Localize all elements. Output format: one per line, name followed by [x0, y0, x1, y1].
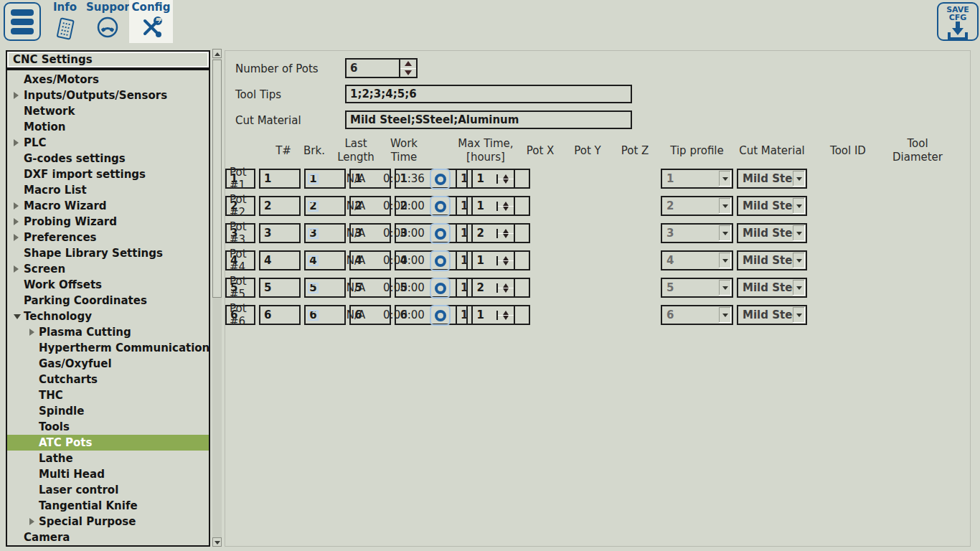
sidebar-item[interactable]: Tangential Knife: [7, 498, 209, 514]
scroll-up-icon[interactable]: [212, 49, 222, 58]
spin-down-icon[interactable]: [498, 233, 514, 238]
tip-profile-dropdown[interactable]: 6: [661, 305, 733, 325]
tip-profile-dropdown[interactable]: 5: [661, 278, 733, 298]
reset-time-button[interactable]: [430, 278, 451, 298]
toolbar: Info Support Config: [0, 0, 980, 44]
tool-tips-input[interactable]: [345, 85, 632, 103]
header-tool-diameter: Tool Diameter: [888, 134, 947, 167]
scrollbar-thumb[interactable]: [212, 60, 222, 298]
pot-x-input[interactable]: [259, 169, 301, 189]
sidebar-item[interactable]: Hypertherm Communication: [7, 340, 209, 356]
hamburger-menu-button[interactable]: [4, 2, 41, 41]
spin-down-icon[interactable]: [498, 206, 514, 211]
sidebar-item[interactable]: Macro List: [7, 182, 209, 198]
max-time-spinner[interactable]: 1: [456, 196, 515, 216]
spin-down-icon[interactable]: [400, 68, 416, 77]
broken-checkbox[interactable]: [308, 310, 319, 321]
sidebar-item[interactable]: DXF import settings: [7, 166, 209, 182]
sidebar-item[interactable]: Laser control: [7, 482, 209, 498]
sidebar-item[interactable]: Parking Coordinates: [7, 293, 209, 309]
expand-arrow-icon[interactable]: [14, 92, 19, 99]
sidebar-item[interactable]: Plasma Cutting: [7, 324, 209, 340]
max-time-spinner[interactable]: 1: [456, 250, 515, 270]
broken-checkbox[interactable]: [308, 283, 319, 293]
pot-x-input[interactable]: [259, 278, 301, 298]
cut-material-dropdown[interactable]: Mild Steel: [737, 196, 807, 216]
sidebar-item[interactable]: Network: [7, 103, 209, 119]
spin-down-icon[interactable]: [498, 288, 514, 293]
tip-profile-dropdown[interactable]: 2: [661, 196, 733, 216]
expand-arrow-icon[interactable]: [29, 329, 34, 336]
sidebar-item[interactable]: Preferences: [7, 230, 209, 245]
spin-up-icon[interactable]: [400, 60, 416, 68]
sidebar-item[interactable]: Screen: [7, 261, 209, 277]
sidebar-item[interactable]: Axes/Motors: [7, 72, 209, 88]
tip-profile-dropdown[interactable]: 3: [661, 223, 733, 243]
broken-checkbox[interactable]: [308, 201, 319, 212]
save-cfg-button[interactable]: SAVE CFG: [937, 2, 979, 41]
spin-down-icon[interactable]: [498, 179, 514, 184]
spin-down-icon[interactable]: [498, 260, 514, 265]
tab-config[interactable]: Config: [129, 0, 173, 43]
sidebar-item[interactable]: Motion: [7, 119, 209, 135]
sidebar-item[interactable]: Special Purpose: [7, 514, 209, 529]
sidebar-item[interactable]: Shape Library Settings: [7, 245, 209, 261]
expand-arrow-icon[interactable]: [29, 518, 34, 525]
sidebar-item[interactable]: Tools: [7, 419, 209, 435]
sidebar-item[interactable]: PLC: [7, 135, 209, 151]
tip-profile-dropdown[interactable]: 1: [661, 169, 733, 189]
cut-material-dropdown[interactable]: Mild Steel: [737, 169, 807, 189]
expand-arrow-icon[interactable]: [14, 265, 19, 273]
sidebar-item[interactable]: Lathe: [7, 451, 209, 466]
tip-profile-value: 1: [662, 172, 719, 185]
scroll-down-icon[interactable]: [212, 537, 222, 547]
sidebar-item[interactable]: Spindle: [7, 403, 209, 419]
sidebar-item[interactable]: Gas/Oxyfuel: [7, 356, 209, 372]
broken-checkbox[interactable]: [308, 228, 319, 239]
sidebar-item[interactable]: Probing Wizard: [7, 214, 209, 230]
reset-time-button[interactable]: [430, 169, 451, 189]
broken-checkbox[interactable]: [308, 174, 319, 184]
sidebar-scrollbar[interactable]: [212, 49, 222, 547]
max-time-value: 1: [457, 281, 496, 294]
cut-material-input[interactable]: [345, 110, 632, 129]
cut-material-dropdown[interactable]: Mild Steel: [737, 250, 807, 270]
tip-profile-dropdown[interactable]: 4: [661, 250, 733, 270]
cut-material-dropdown[interactable]: Mild Steel: [737, 278, 807, 298]
sidebar-item[interactable]: Macro Wizard: [7, 198, 209, 214]
sidebar-item[interactable]: Cutcharts: [7, 372, 209, 387]
expand-arrow-icon[interactable]: [14, 139, 19, 146]
tab-info[interactable]: Info: [44, 0, 86, 43]
number-of-pots-spinner[interactable]: 6: [345, 58, 418, 78]
broken-checkbox[interactable]: [308, 255, 319, 266]
pot-x-input[interactable]: [259, 305, 301, 325]
cut-material-dropdown[interactable]: Mild Steel: [737, 223, 807, 243]
reset-time-button[interactable]: [430, 250, 451, 271]
pot-x-input[interactable]: [259, 223, 301, 243]
sidebar-item[interactable]: Technology: [7, 309, 209, 324]
reset-time-button[interactable]: [430, 223, 451, 244]
sidebar-item[interactable]: Inputs/Outputs/Sensors: [7, 88, 209, 103]
max-time-spinner[interactable]: 1: [456, 169, 515, 189]
expand-arrow-icon[interactable]: [14, 202, 19, 209]
reset-time-button[interactable]: [430, 196, 451, 217]
max-time-spinner[interactable]: 1: [456, 223, 515, 243]
spin-down-icon[interactable]: [498, 315, 514, 320]
tab-support[interactable]: Support: [86, 0, 129, 43]
sidebar-item[interactable]: ATC Pots: [7, 435, 209, 451]
max-time-spinner[interactable]: 1: [456, 278, 515, 298]
sidebar-item[interactable]: Camera: [7, 529, 209, 545]
expand-arrow-icon[interactable]: [14, 234, 19, 241]
cut-material-dropdown[interactable]: Mild Steel: [737, 305, 807, 325]
sidebar-item[interactable]: Work Offsets: [7, 277, 209, 293]
max-time-spinner[interactable]: 1: [456, 305, 515, 325]
sidebar-item-label: THC: [39, 387, 63, 403]
sidebar-item[interactable]: G-codes settings: [7, 151, 209, 166]
sidebar-item[interactable]: THC: [7, 387, 209, 403]
pot-x-input[interactable]: [259, 250, 301, 270]
expand-arrow-icon[interactable]: [14, 314, 21, 319]
reset-time-button[interactable]: [430, 305, 451, 326]
sidebar-item[interactable]: Multi Head: [7, 466, 209, 482]
expand-arrow-icon[interactable]: [14, 218, 19, 225]
pot-x-input[interactable]: [259, 196, 301, 216]
